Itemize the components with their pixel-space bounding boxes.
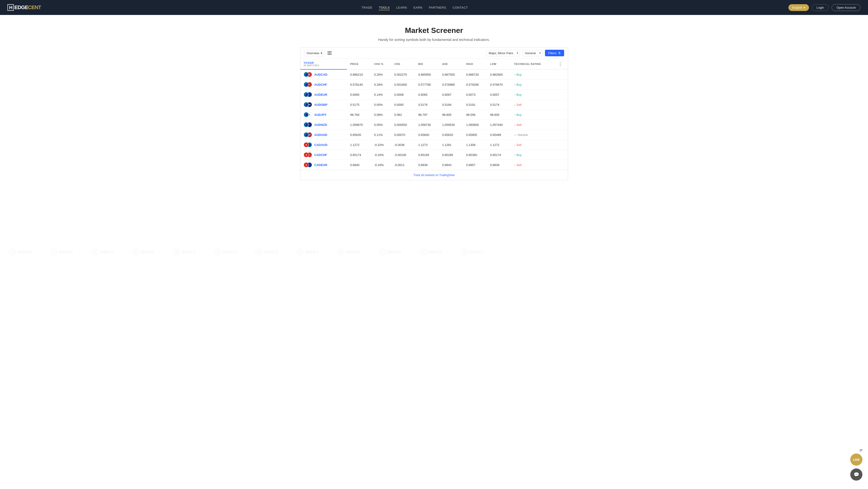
row-more	[553, 90, 568, 100]
col-price[interactable]: PRICE	[347, 59, 371, 69]
nav-trade[interactable]: TRADE	[362, 5, 372, 10]
bid-cell: 0.65165	[415, 150, 439, 160]
open-account-button[interactable]: Open Account	[832, 4, 861, 11]
nav-right: English ▾ Login Open Account	[788, 4, 861, 11]
price-cell: 0.5175	[347, 100, 371, 110]
rating-value: ↓ Sell	[514, 123, 550, 126]
rating-cell: ↑ Buy	[511, 150, 553, 160]
low-cell: 0.65499	[487, 130, 511, 140]
price-cell: 1.058870	[347, 120, 371, 130]
rating-cell: ↑ Buy	[511, 90, 553, 100]
ticker-name[interactable]: AUDNZD	[314, 123, 327, 126]
low-cell: 1.057440	[487, 120, 511, 130]
watermark-3: WWikiFX	[92, 24, 114, 480]
tradingview-link[interactable]: Track all markets on TradingView	[413, 173, 455, 177]
screener-box: Overview ▾ Major, Minor Pairs	[300, 47, 568, 180]
chat-widget[interactable]: 💬	[850, 468, 862, 481]
login-button[interactable]: Login	[812, 4, 829, 11]
nav-learn[interactable]: LEARN	[396, 5, 407, 10]
toolbar-left: Overview ▾	[304, 50, 332, 56]
rating-cell: ↓ Sell	[511, 140, 553, 150]
chg-cell: -0.0011	[391, 160, 415, 170]
pair-flags: 🇦🇺 🇺🇸	[304, 132, 312, 137]
more-options-icon[interactable]: ⋮	[556, 60, 565, 67]
flag-left: 🇦🇺	[304, 92, 309, 97]
view-filter-wrapper: General	[522, 50, 542, 56]
ticker-name[interactable]: AUDCAD	[314, 73, 328, 76]
high-cell: 99.056	[463, 110, 487, 120]
chg-pct-cell: -0.16%	[371, 150, 391, 160]
pair-filter-select[interactable]: Major, Minor Pairs	[486, 50, 520, 56]
chg-pct-cell: 0.28%	[371, 80, 391, 90]
col-high[interactable]: HIGH	[463, 59, 487, 69]
nav-partners[interactable]: PARTNERS	[429, 5, 446, 10]
rating-value: ↑ Buy	[514, 153, 550, 157]
toolbar-right: Major, Minor Pairs General Filters ⇅	[486, 50, 564, 56]
col-low[interactable]: LOW	[487, 59, 511, 69]
col-bid[interactable]: BID	[415, 59, 439, 69]
ticker-cell-cadaud: 🇨🇦 🇦🇺 CADAUD	[300, 140, 347, 150]
bid-cell: 0.6065	[415, 90, 439, 100]
col-ask[interactable]: ASK	[439, 59, 463, 69]
row-more	[553, 80, 568, 90]
ticker-name[interactable]: AUDGBP	[314, 103, 328, 107]
row-more	[553, 140, 568, 150]
overview-chevron-icon: ▾	[321, 51, 322, 55]
chg-cell: 0.001600	[391, 80, 415, 90]
pair-flags: 🇨🇦 🇨🇭	[304, 152, 312, 157]
logo[interactable]: H EDGE CENT	[7, 4, 41, 11]
col-rating[interactable]: TECHNICAL RATING	[511, 59, 553, 69]
ticker-name[interactable]: CADAUD	[314, 143, 328, 147]
ticker-name[interactable]: AUDJPY	[314, 113, 327, 117]
pair-filter-wrapper: Major, Minor Pairs	[486, 50, 520, 56]
low-cell: 0.882900	[487, 69, 511, 80]
overview-label: Overview	[307, 51, 319, 55]
flag-left: 🇦🇺	[304, 82, 309, 87]
language-label: English	[792, 6, 802, 9]
nav-earn[interactable]: EARN	[413, 5, 423, 10]
high-cell: 0.886720	[463, 69, 487, 80]
col-chg-pct[interactable]: CHG %	[371, 59, 391, 69]
col-chg[interactable]: CHG	[391, 59, 415, 69]
ask-cell: 0.6067	[439, 90, 463, 100]
col-ticker[interactable]: TICKER 49 MATCHES	[300, 59, 347, 69]
page-subtitle: Handy for sorting symbols both by fundam…	[5, 37, 863, 41]
nav-contact[interactable]: CONTACT	[453, 5, 468, 10]
low-cell: 0.6057	[487, 90, 511, 100]
low-cell: 98.605	[487, 110, 511, 120]
bid-cell: 0.65600	[415, 130, 439, 140]
chg-cell: 0.00070	[391, 130, 415, 140]
table-row: 🇨🇦 🇨🇭 CADCHF 0.65174-0.16%-0.001060.6516…	[300, 150, 568, 160]
line-widget[interactable]: LINE	[850, 454, 862, 466]
chg-cell: -0.0036	[391, 140, 415, 150]
ticker-name[interactable]: AUDUSD	[314, 133, 328, 137]
high-cell: 0.6857	[463, 160, 487, 170]
ticker-name[interactable]: AUDCHF	[314, 83, 327, 86]
row-more	[553, 130, 568, 140]
overview-select[interactable]: Overview ▾	[304, 50, 325, 56]
ticker-name[interactable]: AUDEUR	[314, 93, 328, 96]
table-wrapper[interactable]: TICKER 49 MATCHES PRICE CHG % CHG BID AS…	[300, 59, 568, 170]
bid-cell: 1.058730	[415, 120, 439, 130]
rating-cell: ↑ Buy	[511, 110, 553, 120]
chevron-down-icon: ▾	[804, 6, 805, 9]
ticker-name[interactable]: CADEUR	[314, 163, 328, 167]
grid-view-icon[interactable]	[328, 51, 332, 55]
flag-left: 🇦🇺	[304, 132, 309, 137]
rating-value: ↑ Buy	[514, 93, 550, 96]
price-cell: 0.65635	[347, 130, 371, 140]
row-more	[553, 120, 568, 130]
page-title: Market Screener	[5, 26, 863, 35]
col-more[interactable]: ⋮	[553, 59, 568, 69]
price-cell: 0.578140	[347, 80, 371, 90]
ticker-cell-audchf: 🇦🇺 🇨🇭 AUDCHF	[300, 80, 347, 90]
ticker-name[interactable]: CADCHF	[314, 153, 327, 157]
language-button[interactable]: English ▾	[788, 4, 809, 11]
ticker-cell-audnzd: 🇦🇺 🇳🇿 AUDNZD	[300, 120, 347, 130]
view-filter-select[interactable]: General	[522, 50, 542, 56]
rating-value: ↓ Sell	[514, 163, 550, 167]
chg-cell: -0.00106	[391, 150, 415, 160]
rating-value: — Neutral	[514, 133, 550, 137]
nav-tools[interactable]: TOOLS	[379, 5, 390, 10]
filters-button[interactable]: Filters ⇅	[545, 50, 564, 56]
